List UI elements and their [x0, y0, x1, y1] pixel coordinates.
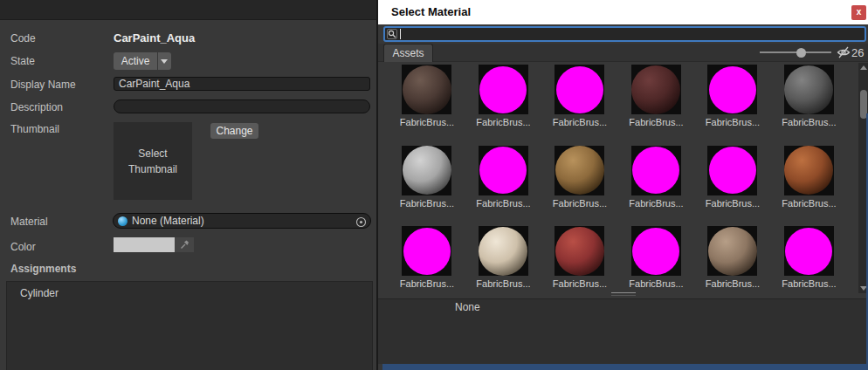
material-sphere-icon [784, 146, 833, 195]
material-tile[interactable]: FabricBrus... [555, 65, 604, 127]
material-sphere-icon [479, 227, 527, 276]
material-tile[interactable]: FabricBrus... [784, 146, 834, 209]
material-preview[interactable] [707, 65, 757, 114]
material-tile-label: FabricBrus... [624, 117, 689, 127]
material-tile-label: FabricBrus... [700, 198, 765, 209]
material-preview[interactable] [479, 226, 528, 276]
material-preview[interactable] [402, 146, 451, 195]
material-sphere-icon [785, 228, 832, 275]
description-field[interactable] [114, 99, 370, 113]
material-tile-label: FabricBrus... [548, 117, 612, 127]
material-tile-label: FabricBrus... [548, 278, 612, 289]
material-sphere-icon [555, 146, 604, 195]
material-tile-label: FabricBrus... [777, 278, 842, 289]
selection-label: None [455, 301, 480, 313]
material-tile[interactable]: FabricBrus... [402, 65, 451, 127]
material-sphere-icon [708, 227, 757, 276]
color-label: Color [10, 241, 36, 253]
material-preview[interactable] [479, 65, 528, 114]
material-sphere-icon [403, 146, 451, 195]
preview-splitter[interactable] [378, 291, 868, 298]
material-sphere-icon [631, 65, 680, 114]
material-tile-label: FabricBrus... [472, 117, 536, 127]
material-sphere-icon [709, 66, 756, 113]
select-thumbnail-text: Select Thumbnail [127, 146, 179, 177]
material-preview[interactable] [631, 146, 681, 195]
inspector-header-bar [0, 0, 376, 20]
material-object-value: None (Material) [132, 215, 204, 228]
material-label: Material [10, 216, 48, 228]
display-name-field[interactable] [114, 77, 370, 91]
material-tile-label: FabricBrus... [395, 278, 459, 289]
display-name-label: Display Name [10, 79, 76, 91]
material-tile[interactable]: FabricBrus... [784, 226, 834, 289]
state-label: State [10, 55, 35, 67]
description-label: Description [10, 101, 63, 113]
material-tile-label: FabricBrus... [700, 117, 765, 127]
material-tile[interactable]: FabricBrus... [555, 146, 604, 209]
assignment-item[interactable]: Cylinder [7, 282, 372, 299]
eyedropper-button[interactable] [175, 237, 194, 252]
material-tile[interactable]: FabricBrus... [631, 146, 681, 209]
material-sphere-icon [709, 147, 756, 194]
preview-footer: None [378, 298, 868, 364]
change-button[interactable]: Change [210, 123, 258, 139]
object-picker-icon[interactable] [355, 216, 367, 231]
material-preview[interactable] [631, 65, 681, 114]
material-preview[interactable] [707, 146, 757, 195]
material-preview[interactable] [707, 226, 757, 276]
material-preview[interactable] [479, 146, 528, 195]
select-material-window: Select Material x Assets 26 FabricBrus..… [376, 0, 868, 370]
color-swatch[interactable] [114, 237, 175, 252]
material-sphere-icon [555, 227, 604, 276]
material-preview[interactable] [784, 146, 834, 195]
material-sphere-icon [479, 147, 527, 194]
material-tile-label: FabricBrus... [395, 198, 459, 209]
material-type-icon [118, 216, 127, 226]
assignments-list: Cylinder [6, 281, 373, 370]
material-tile[interactable]: FabricBrus... [707, 146, 757, 209]
material-tile-label: FabricBrus... [700, 278, 765, 289]
material-tile[interactable]: FabricBrus... [479, 65, 528, 127]
material-sphere-icon [403, 228, 451, 275]
select-thumbnail-box[interactable]: Select Thumbnail [114, 122, 192, 200]
material-preview[interactable] [555, 65, 604, 114]
material-sphere-icon [479, 66, 527, 113]
splitter-grip-icon [611, 292, 636, 297]
material-preview[interactable] [555, 226, 604, 276]
material-tile-label: FabricBrus... [777, 117, 842, 127]
material-preview[interactable] [402, 65, 451, 114]
material-tile[interactable]: FabricBrus... [402, 146, 451, 209]
code-value: CarPaint_Aqua [114, 31, 195, 45]
material-sphere-icon [556, 66, 603, 113]
material-tile[interactable]: FabricBrus... [479, 226, 528, 289]
material-preview[interactable] [631, 226, 681, 276]
material-tile[interactable]: FabricBrus... [784, 65, 834, 127]
material-tile-label: FabricBrus... [395, 117, 459, 127]
chevron-down-icon [161, 59, 168, 64]
material-tile[interactable]: FabricBrus... [631, 226, 681, 289]
material-tile-label: FabricBrus... [472, 278, 536, 289]
material-preview[interactable] [555, 146, 604, 195]
eyedropper-icon [179, 239, 190, 250]
material-tile-label: FabricBrus... [548, 198, 612, 209]
material-tile-label: FabricBrus... [777, 198, 842, 209]
state-dropdown[interactable]: Active [114, 52, 157, 70]
material-tile-label: FabricBrus... [624, 198, 689, 209]
material-tile[interactable]: FabricBrus... [631, 65, 681, 127]
material-tile[interactable]: FabricBrus... [555, 226, 604, 289]
material-tile-label: FabricBrus... [472, 198, 536, 209]
material-preview[interactable] [784, 226, 834, 276]
scroll-up-arrow[interactable] [860, 65, 867, 70]
material-tile[interactable]: FabricBrus... [479, 146, 528, 209]
material-tile[interactable]: FabricBrus... [402, 226, 451, 289]
material-preview[interactable] [784, 65, 834, 114]
material-tile[interactable]: FabricBrus... [707, 65, 757, 127]
material-preview[interactable] [402, 226, 451, 276]
code-label: Code [10, 32, 36, 45]
material-object-field[interactable]: None (Material) [113, 213, 371, 229]
inspector-panel: Code CarPaint_Aqua State Active Display … [0, 0, 376, 370]
material-sphere-icon [403, 65, 451, 114]
state-dropdown-arrow[interactable] [158, 52, 171, 70]
material-tile[interactable]: FabricBrus... [707, 226, 757, 289]
